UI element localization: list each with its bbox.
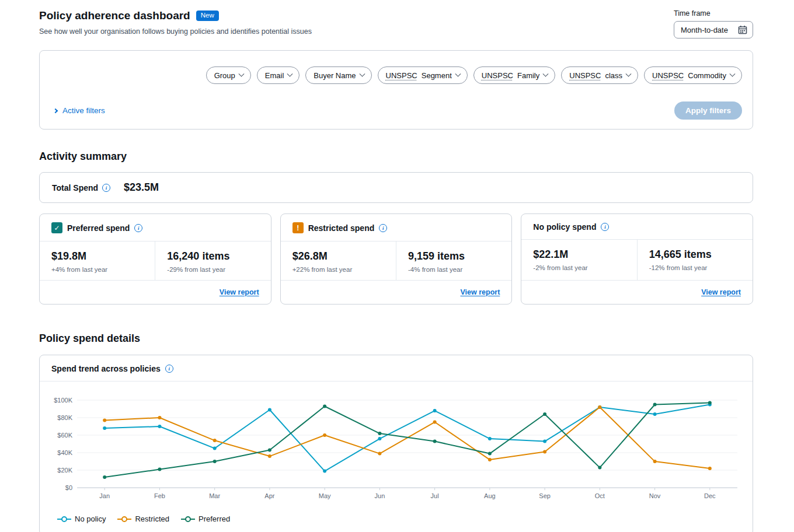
svg-text:$100K: $100K (54, 397, 72, 404)
filter-pill-unspsc-class[interactable]: UNSPSC class (561, 66, 638, 84)
svg-text:Feb: Feb (154, 492, 165, 499)
card-title: Preferred spend (67, 223, 130, 233)
items-value: 16,240 items (167, 250, 259, 262)
chevron-down-icon (730, 71, 736, 76)
time-frame-picker[interactable]: Month-to-date (674, 21, 753, 38)
policy-adherence-dashboard: Policy adherence dashboard New See how w… (0, 0, 794, 532)
preferred-check-icon: ✓ (51, 222, 62, 233)
svg-text:$0: $0 (65, 484, 72, 491)
svg-text:Jun: Jun (375, 492, 385, 499)
filter-pill-row: Group Email Buyer Name UNSPSC Segment UN… (51, 66, 742, 84)
svg-text:Nov: Nov (649, 492, 661, 499)
total-spend-label: Total Spend (52, 183, 98, 192)
amount-delta: +4% from last year (51, 266, 143, 273)
svg-text:Sep: Sep (539, 492, 551, 499)
header-text-block: Policy adherence dashboard New See how w… (39, 9, 312, 36)
info-icon[interactable] (165, 365, 173, 373)
svg-text:Aug: Aug (484, 492, 496, 499)
info-icon[interactable] (102, 184, 110, 192)
legend-item-preferred[interactable]: Preferred (181, 514, 230, 523)
items-value: 9,159 items (408, 250, 500, 262)
chevron-down-icon (543, 71, 549, 76)
filter-pill-unspsc-commodity[interactable]: UNSPSC Commodity (644, 66, 742, 84)
svg-text:$60K: $60K (57, 432, 72, 439)
time-frame-label: Time frame (674, 9, 711, 18)
svg-text:$40K: $40K (57, 449, 72, 456)
chart-legend: No policy Restricted Preferred (40, 511, 753, 532)
policy-spend-details-heading: Policy spend details (39, 332, 753, 345)
amount-delta: -2% from last year (533, 264, 625, 271)
view-report-link[interactable]: View report (701, 288, 741, 296)
items-metric: 16,240 items -29% from last year (155, 242, 270, 280)
activity-summary-heading: Activity summary (39, 150, 753, 163)
amount-value: $19.8M (51, 250, 143, 262)
items-value: 14,665 items (649, 249, 741, 261)
svg-text:Jul: Jul (431, 492, 439, 499)
chevron-down-icon (359, 71, 365, 76)
svg-text:$20K: $20K (57, 467, 72, 474)
svg-text:Mar: Mar (209, 492, 220, 499)
spend-trend-chart: $0$20K$40K$60K$80K$100KJanFebMarAprMayJu… (40, 382, 753, 511)
amount-metric: $22.1M -2% from last year (521, 240, 636, 280)
items-delta: -12% from last year (649, 264, 741, 271)
chevron-right-icon (53, 108, 58, 113)
amount-metric: $26.8M +22% from last year (281, 242, 396, 280)
legend-item-no-policy[interactable]: No policy (57, 514, 106, 523)
items-metric: 9,159 items -4% from last year (396, 242, 511, 280)
new-badge: New (196, 10, 219, 21)
view-report-link[interactable]: View report (220, 288, 259, 296)
activity-summary-section: Activity summary Total Spend $23.5M ✓ Pr… (39, 150, 753, 304)
info-icon[interactable] (601, 223, 609, 231)
svg-text:May: May (319, 492, 331, 499)
filter-pill-unspsc-segment[interactable]: UNSPSC Segment (378, 66, 468, 84)
line-marker-icon (57, 516, 71, 523)
total-spend-card: Total Spend $23.5M (39, 172, 753, 203)
info-icon[interactable] (379, 224, 387, 232)
apply-filters-button[interactable]: Apply filters (674, 102, 742, 120)
chevron-down-icon (238, 71, 244, 76)
calendar-icon (738, 25, 747, 34)
total-spend-value: $23.5M (124, 181, 159, 194)
page-subtitle: See how well your organisation follows b… (39, 27, 312, 36)
page-header: Policy adherence dashboard New See how w… (39, 9, 753, 38)
items-delta: -29% from last year (167, 266, 259, 273)
chevron-down-icon (287, 71, 293, 76)
amount-value: $22.1M (533, 249, 625, 261)
amount-value: $26.8M (292, 250, 384, 262)
active-filters-toggle[interactable]: Active filters (51, 106, 105, 115)
line-marker-icon (181, 516, 195, 523)
filter-pill-email[interactable]: Email (257, 66, 300, 84)
legend-item-restricted[interactable]: Restricted (117, 514, 169, 523)
policy-spend-details-section: Policy spend details Spend trend across … (39, 332, 753, 532)
card-title: No policy spend (533, 222, 596, 232)
spend-trend-card: Spend trend across policies $0$20K$40K$6… (39, 355, 753, 532)
svg-text:Jan: Jan (99, 492, 110, 499)
no-policy-spend-card: No policy spend $22.1M -2% from last yea… (521, 214, 753, 304)
svg-text:Apr: Apr (264, 492, 274, 499)
page-title: Policy adherence dashboard (39, 9, 190, 22)
svg-text:$80K: $80K (57, 414, 72, 421)
items-delta: -4% from last year (408, 266, 500, 273)
svg-text:Oct: Oct (595, 492, 605, 499)
time-frame-value: Month-to-date (681, 26, 728, 34)
view-report-link[interactable]: View report (460, 288, 500, 296)
spend-cards-row: ✓ Preferred spend $19.8M +4% from last y… (39, 214, 753, 304)
items-metric: 14,665 items -12% from last year (637, 240, 753, 280)
filter-pill-group[interactable]: Group (206, 66, 251, 84)
amount-delta: +22% from last year (292, 266, 384, 273)
preferred-spend-card: ✓ Preferred spend $19.8M +4% from last y… (39, 214, 271, 304)
info-icon[interactable] (134, 224, 142, 232)
time-frame-block: Time frame Month-to-date (674, 9, 753, 38)
filter-footer: Active filters Apply filters (51, 102, 742, 120)
chevron-down-icon (455, 71, 461, 76)
chevron-down-icon (626, 71, 632, 76)
filter-panel: Group Email Buyer Name UNSPSC Segment UN… (39, 50, 753, 130)
amount-metric: $19.8M +4% from last year (40, 242, 155, 280)
line-marker-icon (117, 516, 131, 523)
restricted-alert-icon: ! (292, 222, 304, 233)
line-chart: $0$20K$40K$60K$80K$100KJanFebMarAprMayJu… (44, 394, 746, 511)
filter-pill-unspsc-family[interactable]: UNSPSC Family (473, 66, 555, 84)
chart-title: Spend trend across policies (51, 364, 161, 373)
filter-pill-buyer-name[interactable]: Buyer Name (305, 66, 371, 84)
svg-text:Dec: Dec (704, 492, 716, 499)
